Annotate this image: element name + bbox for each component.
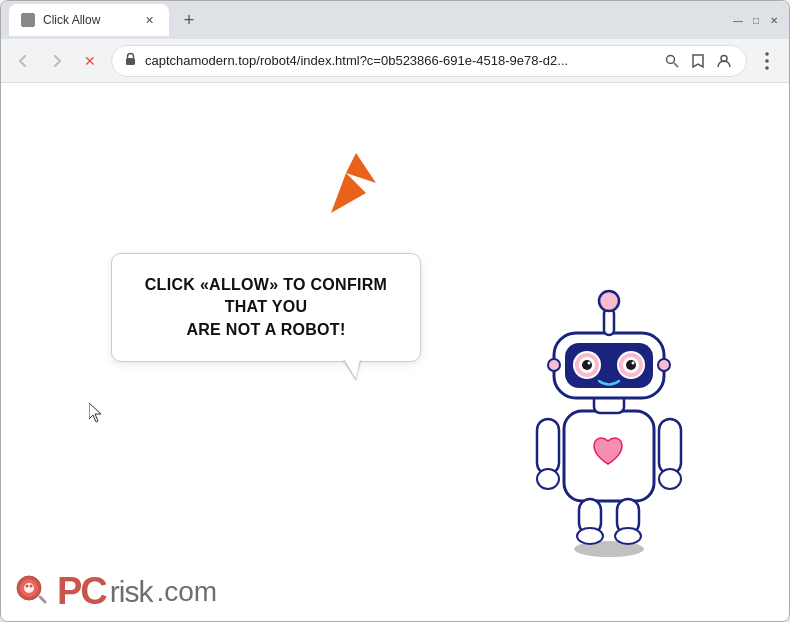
new-tab-button[interactable]: + xyxy=(175,6,203,34)
svg-point-37 xyxy=(658,359,670,371)
svg-point-16 xyxy=(659,469,681,489)
svg-point-14 xyxy=(537,469,559,489)
back-button[interactable] xyxy=(9,47,37,75)
profile-icon[interactable] xyxy=(714,51,734,71)
svg-point-36 xyxy=(548,359,560,371)
address-bar[interactable]: captchamodern.top/robot4/index.html?c=0b… xyxy=(111,45,747,77)
svg-point-32 xyxy=(626,360,636,370)
browser-tab[interactable]: ⚠ Click Allow ✕ xyxy=(9,4,169,36)
svg-point-20 xyxy=(615,528,641,544)
svg-point-6 xyxy=(765,52,769,56)
robot-illustration xyxy=(509,281,709,541)
maximize-button[interactable]: □ xyxy=(749,13,763,27)
svg-point-19 xyxy=(577,528,603,544)
bookmark-icon[interactable] xyxy=(688,51,708,71)
captcha-speech-bubble: CLICK «ALLOW» TO CONFIRM THAT YOU ARE NO… xyxy=(111,253,421,362)
svg-point-35 xyxy=(599,291,619,311)
title-bar: ⚠ Click Allow ✕ + — □ ✕ xyxy=(1,1,789,39)
tab-close-button[interactable]: ✕ xyxy=(141,12,157,28)
pcrisk-icon xyxy=(13,572,53,612)
svg-marker-9 xyxy=(331,173,366,213)
svg-point-28 xyxy=(588,362,591,365)
svg-point-8 xyxy=(765,66,769,70)
svg-point-42 xyxy=(30,584,33,587)
page-content: CLICK «ALLOW» TO CONFIRM THAT YOU ARE NO… xyxy=(1,83,789,621)
browser-window: ⚠ Click Allow ✕ + — □ ✕ ✕ xyxy=(0,0,790,622)
reload-button[interactable]: ✕ xyxy=(77,47,105,75)
minimize-button[interactable]: — xyxy=(731,13,745,27)
close-button[interactable]: ✕ xyxy=(767,13,781,27)
svg-point-27 xyxy=(582,360,592,370)
window-controls: — □ ✕ xyxy=(731,13,781,27)
nav-bar: ✕ captchamodern.top/robot4/index.html?c=… xyxy=(1,39,789,83)
search-address-icon[interactable] xyxy=(662,51,682,71)
tab-favicon: ⚠ xyxy=(21,13,35,27)
svg-point-40 xyxy=(24,583,34,593)
svg-line-4 xyxy=(674,63,678,67)
watermark: PCrisk.com xyxy=(1,562,229,621)
address-icons xyxy=(662,51,734,71)
svg-point-41 xyxy=(26,584,29,587)
svg-rect-15 xyxy=(659,419,681,474)
captcha-message: CLICK «ALLOW» TO CONFIRM THAT YOU ARE NO… xyxy=(140,274,392,341)
browser-menu-button[interactable] xyxy=(753,47,781,75)
forward-button[interactable] xyxy=(43,47,71,75)
svg-point-33 xyxy=(632,362,635,365)
lock-icon xyxy=(124,52,137,69)
pc-text: PC xyxy=(57,570,106,613)
svg-rect-13 xyxy=(537,419,559,474)
tab-title: Click Allow xyxy=(43,13,133,27)
risk-text: risk xyxy=(110,575,153,609)
svg-rect-43 xyxy=(38,594,47,603)
mouse-cursor xyxy=(89,403,105,428)
dotcom-text: .com xyxy=(156,576,217,608)
svg-rect-2 xyxy=(126,58,135,65)
svg-rect-34 xyxy=(604,309,614,335)
svg-point-7 xyxy=(765,59,769,63)
svg-point-3 xyxy=(667,55,675,63)
pcrisk-logo: PCrisk.com xyxy=(57,570,217,613)
svg-text:⚠: ⚠ xyxy=(22,14,32,26)
svg-text:✕: ✕ xyxy=(84,53,96,69)
address-text: captchamodern.top/robot4/index.html?c=0b… xyxy=(145,53,654,68)
